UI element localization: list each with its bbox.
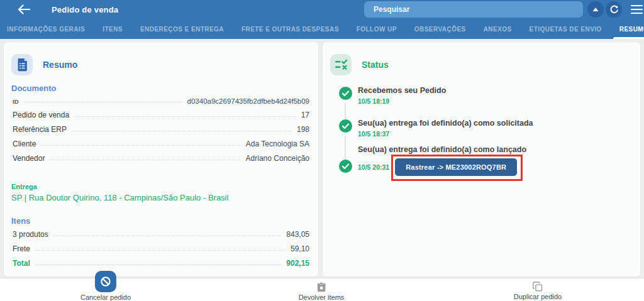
timeline-event: Seu(ua) entrega foi definido(a) como sol… <box>339 119 633 138</box>
dotted-leader <box>41 145 240 146</box>
entrega-section: Entrega SP | Rua Doutor Quirino, 118 - C… <box>11 183 311 202</box>
row-produtos: 3 produtos 843,05 <box>11 227 311 242</box>
row-value: 843,05 <box>286 230 309 239</box>
dotted-leader <box>50 160 240 160</box>
row-label: ID <box>13 98 19 105</box>
dotted-leader <box>72 131 292 131</box>
entrega-heading: Entrega <box>11 183 311 190</box>
dotted-leader <box>24 102 182 102</box>
tab-anexos[interactable]: ANEXOS <box>482 19 514 39</box>
row-value: 17 <box>301 111 309 119</box>
status-card: Status Recebemos seu Pedido 10/5 18:19 <box>322 41 641 277</box>
row-value: Ada Tecnologia SA <box>246 140 309 148</box>
row-value: 902,15 <box>286 259 309 268</box>
event-timestamp: 10/5 20:31 <box>358 163 389 171</box>
check-circle-icon <box>339 87 352 100</box>
row-total: Total 902,15 <box>11 256 311 271</box>
timeline-event: Seu(ua) entrega foi definido(a) como lan… <box>339 145 633 176</box>
event-timestamp: 10/5 18:19 <box>358 97 633 105</box>
collapse-button[interactable] <box>587 1 604 18</box>
footer-action-label: Duplicar pedido <box>514 293 562 300</box>
timeline-event: Recebemos seu Pedido 10/5 18:19 <box>339 86 633 105</box>
arrow-left-icon <box>18 4 30 14</box>
summary-card: Resumo Documento ID d0340a9c2697435fb2df… <box>3 41 319 277</box>
row-label: 3 produtos <box>13 230 48 239</box>
event-title: Seu(ua) entrega foi definido(a) como sol… <box>358 119 633 128</box>
cancel-order-button[interactable]: Cancelar pedido <box>80 271 131 301</box>
cancel-icon <box>95 271 116 292</box>
itens-section: Itens 3 produtos 843,05 Frete 59,10 Tota… <box>11 216 311 271</box>
row-frete: Frete 59,10 <box>11 242 311 256</box>
row-id: ID d0340a9c2697435fb2dfbeb4d24f5b09 <box>11 95 311 108</box>
tab-informacoes-gerais[interactable]: INFORMAÇÕES GERAIS <box>5 19 87 39</box>
row-value: d0340a9c2697435fb2dfbeb4d24f5b09 <box>187 97 309 105</box>
row-value: 198 <box>297 125 309 134</box>
tab-frete-e-outras-despesas[interactable]: FRETE E OUTRAS DESPESAS <box>240 19 341 39</box>
dotted-leader <box>35 265 282 265</box>
row-label: Frete <box>13 244 30 253</box>
row-value: 59,10 <box>291 244 309 253</box>
refresh-button[interactable] <box>606 1 622 18</box>
row-vendedor: Vendedor Adriano Conceição <box>11 151 311 166</box>
duplicate-order-button[interactable]: Duplicar pedido <box>514 282 562 300</box>
row-label: Cliente <box>13 140 36 148</box>
footer-action-bar: Cancelar pedido Devolver items Duplicar … <box>0 278 644 301</box>
page-title: Pedido de venda <box>52 5 118 14</box>
main-content: Resumo Documento ID d0340a9c2697435fb2df… <box>0 39 644 278</box>
entrega-address: SP | Rua Doutor Quirino, 118 - Campinas/… <box>11 193 311 202</box>
top-bar: Pedido de venda <box>0 0 644 19</box>
row-pedido-de-venda: Pedido de venda 17 <box>11 108 311 123</box>
tab-follow-up[interactable]: FOLLOW UP <box>355 19 399 39</box>
event-title: Seu(ua) entrega foi definido(a) como lan… <box>358 145 633 154</box>
footer-action-label: Devolver items <box>299 293 345 301</box>
summary-card-header: Resumo <box>11 54 311 75</box>
back-button[interactable] <box>18 4 30 14</box>
triangle-up-icon <box>592 7 599 12</box>
tab-etiquetas-de-envio[interactable]: ETIQUETAS DE ENVIO <box>528 19 604 39</box>
row-label: Pedido de venda <box>13 111 69 119</box>
row-label: Referência ERP <box>13 125 67 134</box>
documento-heading: Documento <box>11 84 311 93</box>
status-card-title: Status <box>362 60 389 70</box>
event-title: Recebemos seu Pedido <box>358 86 633 95</box>
dotted-leader <box>35 250 286 251</box>
return-items-button[interactable]: Devolver items <box>299 282 345 301</box>
checklist-icon <box>330 54 352 75</box>
refresh-icon <box>609 5 619 14</box>
tab-enderecos-e-entrega[interactable]: ENDEREÇOS E ENTREGA <box>138 19 226 39</box>
row-referencia-erp: Referência ERP 198 <box>11 123 311 137</box>
summary-card-title: Resumo <box>43 60 77 70</box>
check-circle-icon <box>339 160 352 173</box>
row-label: Total <box>13 259 30 268</box>
tab-resumo[interactable]: RESUMO <box>618 19 644 39</box>
row-cliente: Cliente Ada Tecnologia SA <box>11 137 311 151</box>
clipboard-icon <box>317 282 326 292</box>
event-action-row: 10/5 20:31 Rastrear -> ME23002ROQ7BR <box>358 158 633 176</box>
tab-itens[interactable]: ITENS <box>101 19 125 39</box>
copy-icon <box>533 282 543 292</box>
check-circle-icon <box>339 119 352 133</box>
row-label: Vendedor <box>13 154 45 163</box>
dotted-leader <box>74 116 296 117</box>
search-input[interactable] <box>364 1 583 18</box>
itens-heading: Itens <box>11 216 311 226</box>
track-button-wrap: Rastrear -> ME23002ROQ7BR <box>395 158 517 176</box>
track-shipment-button[interactable]: Rastrear -> ME23002ROQ7BR <box>395 158 517 176</box>
status-timeline: Recebemos seu Pedido 10/5 18:19 Seu(ua) … <box>339 86 633 176</box>
tab-bar: INFORMAÇÕES GERAIS ITENS ENDEREÇOS E ENT… <box>0 19 644 39</box>
menu-icon[interactable] <box>631 5 643 14</box>
row-value: Adriano Conceição <box>246 154 309 163</box>
document-icon <box>11 54 33 75</box>
event-timestamp: 10/5 18:37 <box>358 130 633 138</box>
footer-action-label: Cancelar pedido <box>80 293 131 301</box>
tab-observacoes[interactable]: OBSERVAÇÕES <box>413 19 468 39</box>
status-card-header: Status <box>330 54 633 75</box>
dotted-leader <box>53 236 282 236</box>
